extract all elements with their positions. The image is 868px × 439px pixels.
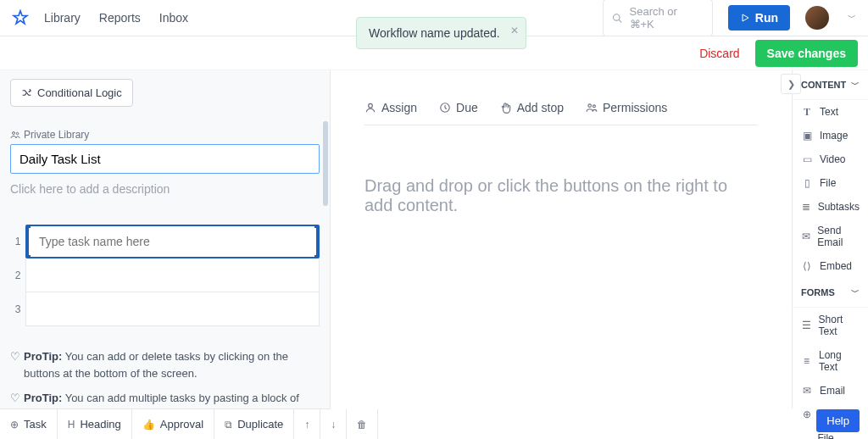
svg-line-1 <box>619 19 621 22</box>
arrow-down-icon: ↓ <box>331 419 336 431</box>
hand-icon <box>500 102 512 114</box>
add-task-button[interactable]: ⊕Task <box>0 409 58 439</box>
long-text-icon: ≡ <box>801 355 812 367</box>
nav-library[interactable]: Library <box>44 11 81 25</box>
content-section-header[interactable]: CONTENT ﹀ <box>793 70 868 100</box>
run-button[interactable]: Run <box>728 5 790 31</box>
workflow-title-input[interactable] <box>10 144 320 174</box>
breadcrumb-label: Private Library <box>24 129 89 141</box>
conditional-logic-button[interactable]: Conditional Logic <box>10 79 133 107</box>
plus-icon: ⊕ <box>10 419 19 431</box>
task-number: 2 <box>10 270 25 281</box>
search-input[interactable]: Search or ⌘+K <box>603 0 713 36</box>
content-image[interactable]: ▣Image <box>793 124 868 147</box>
move-up-button[interactable]: ↑ <box>294 409 320 439</box>
save-changes-button[interactable]: Save changes <box>755 40 858 67</box>
content-file[interactable]: ▯File <box>793 171 868 195</box>
image-icon: ▣ <box>801 130 813 142</box>
search-placeholder: Search or ⌘+K <box>630 5 704 31</box>
toast: Workflow name updated. ✕ <box>356 17 526 49</box>
task-number: 3 <box>10 303 25 315</box>
code-icon: ⟨⟩ <box>801 260 813 272</box>
arrow-up-icon: ↑ <box>304 419 309 431</box>
scrollbar-thumb[interactable] <box>323 121 328 206</box>
discard-button[interactable]: Discard <box>699 47 739 60</box>
envelope-icon: ✉ <box>801 385 813 397</box>
lightbulb-icon: ♡ <box>10 390 20 407</box>
heading-icon: H <box>68 419 75 431</box>
text-icon: 𝐓 <box>801 106 813 118</box>
search-icon <box>612 13 623 24</box>
form-email[interactable]: ✉Email <box>793 379 868 403</box>
short-text-icon: ☰ <box>801 320 812 331</box>
svg-point-3 <box>16 132 19 135</box>
protip-2: ♡ ProTip: You can add multiple tasks by … <box>10 390 320 407</box>
content-video[interactable]: ▭Video <box>793 147 868 171</box>
svg-point-7 <box>593 105 595 108</box>
avatar[interactable] <box>805 6 829 30</box>
svg-point-4 <box>369 103 373 108</box>
envelope-icon: ✉ <box>801 231 810 242</box>
drag-drop-message: Drag and drop or click the buttons on th… <box>364 176 758 215</box>
clock-icon <box>439 102 451 114</box>
description-placeholder[interactable]: Click here to add a description <box>10 182 320 196</box>
delete-button[interactable]: 🗑 <box>347 409 378 439</box>
add-stop-button[interactable]: Add stop <box>500 101 564 114</box>
copy-icon: ⧉ <box>225 419 232 431</box>
file-icon: ▯ <box>801 177 813 189</box>
task-row-active[interactable] <box>25 225 320 258</box>
add-approval-button[interactable]: 👍Approval <box>132 409 214 439</box>
form-short-text[interactable]: ☰Short Text <box>793 308 868 343</box>
svg-point-2 <box>13 132 15 135</box>
svg-point-0 <box>613 14 619 19</box>
add-heading-button[interactable]: HHeading <box>58 409 132 439</box>
conditional-logic-label: Conditional Logic <box>37 86 122 99</box>
chevron-down-icon: ﹀ <box>851 79 860 91</box>
content-subtasks[interactable]: ≣Subtasks <box>793 195 868 219</box>
play-icon <box>740 13 750 23</box>
protip-1: ♡ ProTip: You can add or delete tasks by… <box>10 348 320 381</box>
globe-icon: ⊕ <box>801 408 813 420</box>
due-button[interactable]: Due <box>439 101 478 114</box>
task-number: 1 <box>10 236 25 247</box>
duplicate-button[interactable]: ⧉Duplicate <box>214 409 294 439</box>
list-icon: ≣ <box>801 201 811 213</box>
forms-section-header[interactable]: FORMS ﹀ <box>793 278 868 308</box>
nav-reports[interactable]: Reports <box>99 11 141 25</box>
assign-button[interactable]: Assign <box>364 101 417 114</box>
video-icon: ▭ <box>801 153 813 165</box>
task-name-input[interactable] <box>31 226 314 257</box>
task-row[interactable] <box>25 258 320 292</box>
logo <box>12 9 29 26</box>
toast-message: Workflow name updated. <box>369 26 500 40</box>
chevron-down-icon: ﹀ <box>851 286 860 298</box>
permissions-button[interactable]: Permissions <box>586 101 667 114</box>
chevron-right-icon: ❯ <box>787 79 795 90</box>
form-long-text[interactable]: ≡Long Text <box>793 343 868 379</box>
thumbs-up-icon: 👍 <box>142 419 155 431</box>
content-embed[interactable]: ⟨⟩Embed <box>793 254 868 278</box>
collapse-panel-button[interactable]: ❯ <box>781 74 801 94</box>
nav-inbox[interactable]: Inbox <box>159 11 188 25</box>
run-label: Run <box>755 11 778 25</box>
task-row[interactable] <box>25 292 320 326</box>
people-icon <box>10 130 20 140</box>
breadcrumb-private[interactable]: Private Library <box>10 129 320 141</box>
shuffle-icon <box>21 87 32 98</box>
person-icon <box>364 102 376 114</box>
move-down-button[interactable]: ↓ <box>320 409 347 439</box>
trash-icon: 🗑 <box>357 419 367 431</box>
toast-close-icon[interactable]: ✕ <box>510 25 519 36</box>
lightbulb-icon: ♡ <box>10 348 20 381</box>
people-icon <box>586 102 598 114</box>
avatar-chevron-icon[interactable]: ﹀ <box>848 12 856 24</box>
help-button[interactable]: Help <box>816 409 860 432</box>
content-text[interactable]: 𝐓Text <box>793 100 868 124</box>
content-send-email[interactable]: ✉Send Email <box>793 219 868 254</box>
svg-point-6 <box>588 104 592 108</box>
